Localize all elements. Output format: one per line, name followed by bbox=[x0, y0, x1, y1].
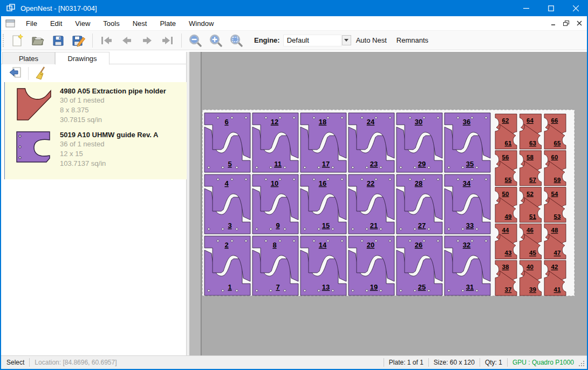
svg-text:51: 51 bbox=[529, 213, 536, 220]
minimize-button[interactable] bbox=[514, 0, 538, 16]
send-back-icon[interactable] bbox=[9, 66, 23, 80]
drawing-area: 103.7137 sq/in bbox=[60, 159, 158, 169]
document-window-icon[interactable] bbox=[5, 19, 15, 28]
svg-text:49: 49 bbox=[505, 213, 512, 220]
remnants-button[interactable]: Remnants bbox=[392, 33, 433, 47]
menu-item-view[interactable]: View bbox=[69, 17, 97, 30]
menu-item-nest[interactable]: Nest bbox=[126, 17, 154, 30]
svg-text:15: 15 bbox=[322, 221, 330, 230]
zoom-out-icon[interactable] bbox=[188, 33, 202, 48]
svg-text:13: 13 bbox=[322, 283, 330, 291]
resize-grip-icon[interactable] bbox=[578, 360, 585, 368]
drawing-size: 8 x 8.375 bbox=[60, 105, 166, 115]
svg-text:22: 22 bbox=[367, 179, 374, 187]
drawing-thumbnail-purple bbox=[8, 129, 60, 169]
svg-text:5: 5 bbox=[228, 160, 231, 168]
part-pair-56-55[interactable]: 5655 bbox=[495, 151, 517, 186]
svg-text:47: 47 bbox=[554, 250, 561, 256]
svg-text:10: 10 bbox=[271, 179, 278, 187]
menu-item-plate[interactable]: Plate bbox=[153, 17, 182, 30]
status-gpu: GPU : Quadro P1000 bbox=[512, 359, 574, 366]
svg-text:4: 4 bbox=[224, 179, 229, 187]
zoom-fit-icon[interactable] bbox=[229, 33, 243, 48]
svg-text:2: 2 bbox=[224, 241, 228, 249]
part-pair-40-39[interactable]: 4039 bbox=[520, 260, 542, 295]
svg-text:18: 18 bbox=[319, 118, 326, 126]
menu-item-window[interactable]: Window bbox=[182, 17, 220, 30]
svg-text:36: 36 bbox=[463, 118, 470, 126]
save-as-icon[interactable] bbox=[72, 33, 86, 48]
svg-text:25: 25 bbox=[418, 283, 426, 291]
part-pair-38-37[interactable]: 3837 bbox=[495, 260, 517, 295]
mdi-minimize-button[interactable] bbox=[548, 18, 559, 28]
drawing-list-item[interactable]: 5019 A10 UHMW guide Rev. A 36 of 1 neste… bbox=[8, 129, 187, 169]
open-file-icon[interactable] bbox=[31, 33, 45, 48]
engine-dropdown-arrow-icon[interactable] bbox=[342, 35, 351, 45]
drawing-list-item[interactable]: 4980 A05 Extraction pipe holder 30 of 1 … bbox=[8, 85, 187, 125]
mdi-close-button[interactable] bbox=[574, 18, 585, 28]
mdi-restore-button[interactable] bbox=[561, 18, 572, 28]
part-pair-62-61[interactable]: 6261 bbox=[495, 114, 517, 149]
svg-text:14: 14 bbox=[319, 241, 327, 249]
engine-combobox[interactable]: Default bbox=[283, 34, 351, 47]
drawings-toolbar bbox=[1, 65, 187, 82]
svg-text:40: 40 bbox=[527, 264, 534, 270]
part-pair-54-53[interactable]: 5453 bbox=[544, 187, 566, 223]
part-pair-58-57[interactable]: 5857 bbox=[520, 151, 542, 186]
close-button[interactable] bbox=[563, 0, 588, 16]
part-pair-42-41[interactable]: 4241 bbox=[544, 260, 566, 295]
part-pair-66-65[interactable]: 6665 bbox=[544, 114, 566, 149]
tab-drawings[interactable]: Drawings bbox=[55, 52, 110, 65]
go-last-icon[interactable] bbox=[161, 33, 175, 48]
status-location: Location: [84.8696, 60.6957] bbox=[35, 359, 117, 366]
maximize-button[interactable] bbox=[538, 0, 563, 16]
drawing-title: 4980 A05 Extraction pipe holder bbox=[60, 86, 166, 96]
app-logo-icon bbox=[6, 4, 15, 12]
part-pair-50-49[interactable]: 5049 bbox=[495, 187, 517, 223]
main-toolbar: Engine: Default Auto Nest Remnants bbox=[1, 31, 587, 50]
menu-item-edit[interactable]: Edit bbox=[44, 17, 69, 30]
menu-item-file[interactable]: File bbox=[19, 17, 44, 30]
go-previous-icon[interactable] bbox=[120, 33, 134, 48]
clean-broom-icon[interactable] bbox=[34, 66, 48, 80]
svg-text:59: 59 bbox=[554, 177, 561, 183]
svg-text:57: 57 bbox=[529, 177, 536, 183]
title-bar: OpenNest - [N0317-004] bbox=[0, 0, 588, 16]
tab-plates[interactable]: Plates bbox=[2, 52, 55, 64]
svg-text:17: 17 bbox=[322, 160, 330, 168]
save-icon[interactable] bbox=[51, 33, 65, 48]
svg-text:63: 63 bbox=[529, 140, 536, 146]
svg-text:37: 37 bbox=[505, 286, 512, 293]
go-next-icon[interactable] bbox=[140, 33, 154, 48]
svg-text:21: 21 bbox=[370, 221, 378, 230]
part-pair-52-51[interactable]: 5251 bbox=[520, 187, 542, 223]
window-title: OpenNest - [N0317-004] bbox=[20, 4, 97, 12]
svg-text:32: 32 bbox=[463, 241, 470, 249]
status-plate: Plate: 1 of 1 bbox=[389, 359, 423, 366]
menu-item-tools[interactable]: Tools bbox=[97, 17, 126, 30]
part-pair-64-63[interactable]: 6463 bbox=[520, 114, 542, 149]
go-first-icon[interactable] bbox=[99, 33, 113, 48]
svg-text:31: 31 bbox=[466, 283, 474, 291]
status-mode: Select bbox=[6, 359, 24, 366]
zoom-in-icon[interactable] bbox=[209, 33, 223, 48]
part-pair-48-47[interactable]: 4847 bbox=[544, 224, 566, 259]
auto-nest-button[interactable]: Auto Nest bbox=[351, 33, 392, 47]
engine-value[interactable]: Default bbox=[283, 35, 341, 46]
part-pair-46-45[interactable]: 4645 bbox=[520, 224, 542, 259]
new-file-icon[interactable] bbox=[10, 33, 24, 48]
svg-text:61: 61 bbox=[505, 140, 512, 146]
nest-canvas[interactable]: 6512111817242330293635431091615222128273… bbox=[187, 52, 587, 355]
svg-text:35: 35 bbox=[466, 160, 474, 168]
svg-text:52: 52 bbox=[527, 191, 534, 197]
svg-text:27: 27 bbox=[418, 221, 426, 230]
svg-text:41: 41 bbox=[554, 286, 561, 293]
toolbar-grip[interactable] bbox=[3, 34, 5, 47]
part-pair-44-43[interactable]: 4443 bbox=[495, 224, 517, 259]
svg-text:64: 64 bbox=[527, 117, 534, 124]
part-pair-60-59[interactable]: 6059 bbox=[544, 151, 566, 186]
svg-text:55: 55 bbox=[505, 177, 512, 183]
svg-text:23: 23 bbox=[370, 160, 378, 168]
menu-items: FileEditViewToolsNestPlateWindow bbox=[19, 19, 220, 28]
drawing-thumbnail-red bbox=[8, 85, 60, 125]
